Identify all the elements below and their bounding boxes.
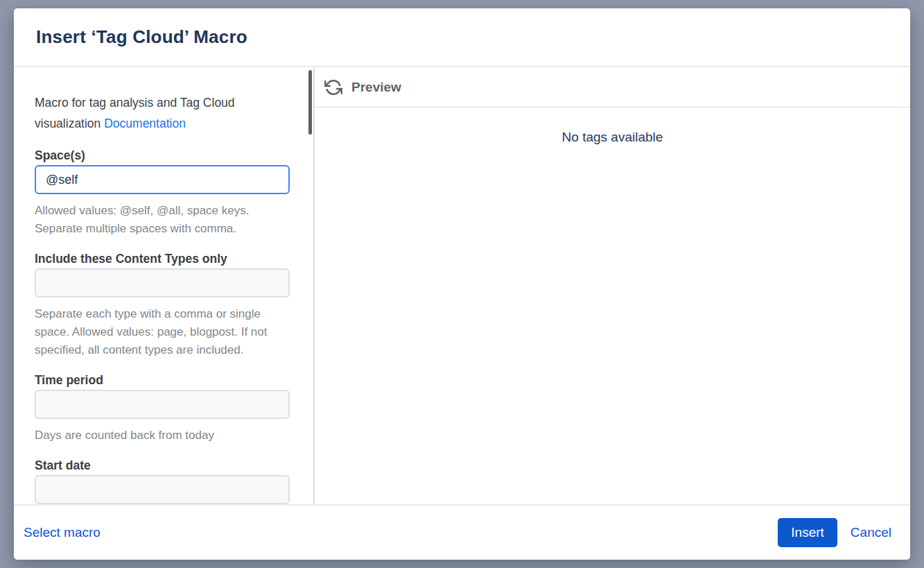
left-panel-scrollbar[interactable] [308,70,312,135]
field-label-time-period: Time period [35,372,290,388]
dialog-header: Insert ‘Tag Cloud’ Macro [14,8,910,67]
cancel-link[interactable]: Cancel [851,525,891,540]
preview-empty-message: No tags available [562,130,663,504]
field-label-content-types: Include these Content Types only [35,250,290,267]
field-helper-content-types: Separate each type with a comma or singl… [35,305,290,359]
dialog-body: Macro for tag analysis and Tag Cloud vis… [14,67,910,504]
preview-title: Preview [351,80,401,95]
spaces-input[interactable] [35,165,290,194]
preview-body: No tags available [315,107,910,504]
field-helper-spaces: Allowed values: @self, @all, space keys.… [35,202,290,238]
field-label-spaces: Space(s) [35,147,290,164]
refresh-icon[interactable] [324,78,342,96]
preview-panel: Preview No tags available [315,67,910,504]
field-label-start-date: Start date [35,457,290,474]
content-types-input[interactable] [35,268,290,298]
macro-parameters-panel: Macro for tag analysis and Tag Cloud vis… [14,67,315,504]
insert-button[interactable]: Insert [778,518,837,547]
select-macro-link[interactable]: Select macro [24,525,101,540]
time-period-input[interactable] [35,390,290,419]
macro-description: Macro for tag analysis and Tag Cloud vis… [35,92,290,134]
preview-header: Preview [315,67,910,107]
field-helper-time-period: Days are counted back from today [35,427,290,445]
start-date-input[interactable] [35,475,290,504]
dialog-title: Insert ‘Tag Cloud’ Macro [36,26,247,48]
insert-macro-dialog: Insert ‘Tag Cloud’ Macro Macro for tag a… [14,8,910,560]
dialog-footer: Select macro Insert Cancel [14,504,910,560]
documentation-link[interactable]: Documentation [104,117,186,130]
